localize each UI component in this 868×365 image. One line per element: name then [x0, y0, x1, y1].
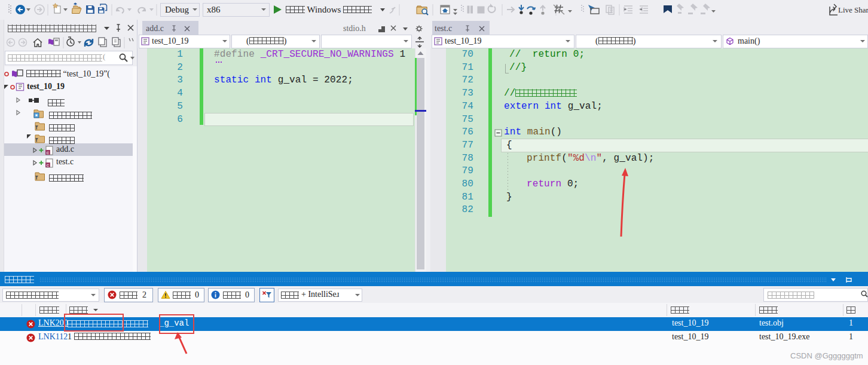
svg-text:c: c: [47, 162, 50, 168]
svg-text:c: c: [47, 150, 50, 155]
